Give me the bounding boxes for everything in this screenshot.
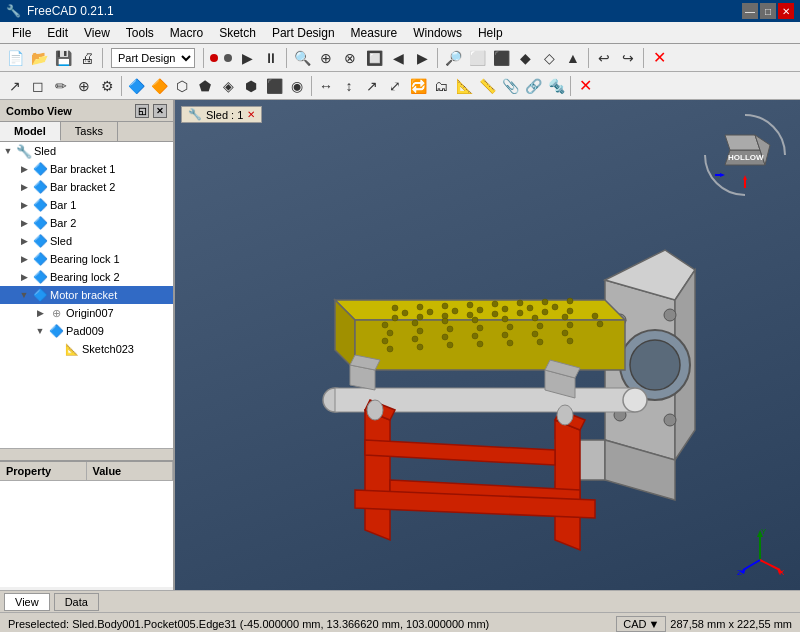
t2-btn22[interactable]: 📎 [499, 75, 521, 97]
maximize-button[interactable]: □ [760, 3, 776, 19]
menu-measure[interactable]: Measure [343, 24, 406, 42]
expand-bar-bracket-1[interactable]: ▶ [16, 161, 32, 177]
tree-item-sled-child[interactable]: ▶ 🔷 Sled [0, 232, 173, 250]
view-btn-4[interactable]: ◆ [514, 47, 536, 69]
t2-btn13[interactable]: ◉ [286, 75, 308, 97]
t2-btn4[interactable]: ⊕ [73, 75, 95, 97]
expand-sled-child[interactable]: ▶ [16, 233, 32, 249]
t2-btn18[interactable]: 🔁 [407, 75, 429, 97]
svg-point-67 [562, 330, 568, 336]
tree-item-motor-bracket[interactable]: ▼ 🔷 Motor bracket [0, 286, 173, 304]
t2-btn10[interactable]: ◈ [217, 75, 239, 97]
viewport[interactable]: HOLLOW [175, 100, 800, 590]
sketch-btn-1[interactable]: ▶ [236, 47, 258, 69]
cad-dropdown-icon[interactable]: ▼ [648, 618, 659, 630]
tab-data-button[interactable]: Data [54, 593, 99, 611]
print-button[interactable]: 🖨 [76, 47, 98, 69]
expand-bar-2[interactable]: ▶ [16, 215, 32, 231]
t2-btn2[interactable]: ◻ [27, 75, 49, 97]
sled-tag[interactable]: 🔧 Sled : 1 ✕ [181, 106, 262, 123]
cad-badge[interactable]: CAD ▼ [616, 616, 666, 632]
tree-view[interactable]: ▼ 🔧 Sled ▶ 🔷 Bar bracket 1 ▶ 🔷 Bar brack… [0, 142, 173, 448]
t2-btn15[interactable]: ↕ [338, 75, 360, 97]
new-button[interactable]: 📄 [4, 47, 26, 69]
tree-item-bar-2[interactable]: ▶ 🔷 Bar 2 [0, 214, 173, 232]
t2-btn17[interactable]: ⤢ [384, 75, 406, 97]
t2-btn8[interactable]: ⬡ [171, 75, 193, 97]
t2-btn14[interactable]: ↔ [315, 75, 337, 97]
workbench-selector[interactable]: Part Design Sketcher Draft [111, 48, 195, 68]
close-button[interactable]: ✕ [778, 3, 794, 19]
minimize-button[interactable]: — [742, 3, 758, 19]
menu-tools[interactable]: Tools [118, 24, 162, 42]
menu-edit[interactable]: Edit [39, 24, 76, 42]
t2-btn1[interactable]: ↗ [4, 75, 26, 97]
menu-windows[interactable]: Windows [405, 24, 470, 42]
t2-btn5[interactable]: ⚙ [96, 75, 118, 97]
svg-point-72 [507, 340, 513, 346]
expand-sled[interactable]: ▼ [0, 143, 16, 159]
open-button[interactable]: 📂 [28, 47, 50, 69]
nav-btn-3[interactable]: ⊗ [339, 47, 361, 69]
menu-file[interactable]: File [4, 24, 39, 42]
combo-close-button[interactable]: ✕ [153, 104, 167, 118]
t2-btn24[interactable]: 🔩 [545, 75, 567, 97]
nav-btn-4[interactable]: 🔲 [363, 47, 385, 69]
t2-btn16[interactable]: ↗ [361, 75, 383, 97]
tree-item-sketch023[interactable]: ▶ 📐 Sketch023 [0, 340, 173, 358]
t2-btn3[interactable]: ✏ [50, 75, 72, 97]
save-button[interactable]: 💾 [52, 47, 74, 69]
svg-point-27 [517, 300, 523, 306]
tab-view-button[interactable]: View [4, 593, 50, 611]
menu-part-design[interactable]: Part Design [264, 24, 343, 42]
nav-btn-1[interactable]: 🔍 [291, 47, 313, 69]
tree-item-bar-1[interactable]: ▶ 🔷 Bar 1 [0, 196, 173, 214]
menu-view[interactable]: View [76, 24, 118, 42]
menu-sketch[interactable]: Sketch [211, 24, 264, 42]
sketch-btn-2[interactable]: ⏸ [260, 47, 282, 69]
expand-bearing-lock-2[interactable]: ▶ [16, 269, 32, 285]
tab-model[interactable]: Model [0, 122, 61, 141]
expand-bearing-lock-1[interactable]: ▶ [16, 251, 32, 267]
t2-btn6[interactable]: 🔷 [125, 75, 147, 97]
nav-btn-2[interactable]: ⊕ [315, 47, 337, 69]
tree-item-origin007[interactable]: ▶ ⊕ Origin007 [0, 304, 173, 322]
tree-item-bearing-lock-2[interactable]: ▶ 🔷 Bearing lock 2 [0, 268, 173, 286]
tree-item-sled[interactable]: ▼ 🔧 Sled [0, 142, 173, 160]
view-btn-1[interactable]: 🔎 [442, 47, 464, 69]
extra-btn-1[interactable]: ↩ [593, 47, 615, 69]
expand-bar-1[interactable]: ▶ [16, 197, 32, 213]
tree-item-pad009[interactable]: ▼ 🔷 Pad009 [0, 322, 173, 340]
menu-help[interactable]: Help [470, 24, 511, 42]
t2-btn7[interactable]: 🔶 [148, 75, 170, 97]
sled-tag-close[interactable]: ✕ [247, 109, 255, 120]
view-btn-2[interactable]: ⬜ [466, 47, 488, 69]
expand-origin007[interactable]: ▶ [32, 305, 48, 321]
t2-btn11[interactable]: ⬢ [240, 75, 262, 97]
t2-btn12[interactable]: ⬛ [263, 75, 285, 97]
combo-float-button[interactable]: ◱ [135, 104, 149, 118]
menu-macro[interactable]: Macro [162, 24, 211, 42]
t2-btn21[interactable]: 📏 [476, 75, 498, 97]
tree-scrollbar-h[interactable] [0, 448, 173, 460]
t2-btn19[interactable]: 🗂 [430, 75, 452, 97]
view-btn-5[interactable]: ◇ [538, 47, 560, 69]
expand-motor-bracket[interactable]: ▼ [16, 287, 32, 303]
view-btn-3[interactable]: ⬛ [490, 47, 512, 69]
nav-btn-6[interactable]: ▶ [411, 47, 433, 69]
extra-btn-2[interactable]: ↪ [617, 47, 639, 69]
svg-point-66 [532, 331, 538, 337]
expand-bar-bracket-2[interactable]: ▶ [16, 179, 32, 195]
t2-btn25[interactable]: ✕ [574, 75, 596, 97]
tree-item-bar-bracket-2[interactable]: ▶ 🔷 Bar bracket 2 [0, 178, 173, 196]
close-btn[interactable]: ✕ [648, 47, 670, 69]
tree-item-bar-bracket-1[interactable]: ▶ 🔷 Bar bracket 1 [0, 160, 173, 178]
t2-btn9[interactable]: ⬟ [194, 75, 216, 97]
nav-btn-5[interactable]: ◀ [387, 47, 409, 69]
view-btn-6[interactable]: ▲ [562, 47, 584, 69]
tab-tasks[interactable]: Tasks [61, 122, 118, 141]
t2-btn20[interactable]: 📐 [453, 75, 475, 97]
tree-item-bearing-lock-1[interactable]: ▶ 🔷 Bearing lock 1 [0, 250, 173, 268]
t2-btn23[interactable]: 🔗 [522, 75, 544, 97]
expand-pad009[interactable]: ▼ [32, 323, 48, 339]
